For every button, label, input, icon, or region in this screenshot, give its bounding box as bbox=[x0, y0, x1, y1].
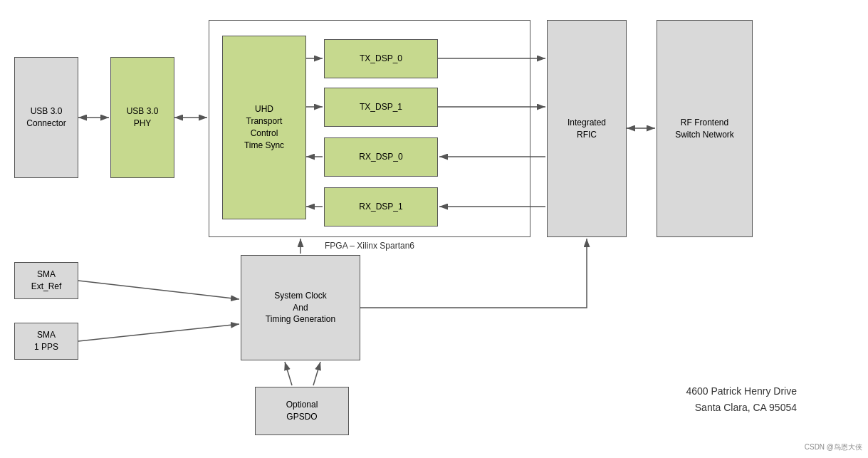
rf-frontend-label: RF FrontendSwitch Network bbox=[675, 117, 734, 141]
system-clock-block: System ClockAndTiming Generation bbox=[241, 255, 360, 360]
address-line2: Santa Clara, CA 95054 bbox=[695, 402, 797, 413]
address-line1: 4600 Patrick Henry Drive bbox=[686, 385, 797, 397]
sma-1pps-block: SMA1 PPS bbox=[14, 323, 78, 360]
usb-connector-label: USB 3.0 Connector bbox=[15, 105, 78, 130]
integrated-rfic-block: IntegratedRFIC bbox=[547, 20, 627, 237]
tx-dsp-0-label: TX_DSP_0 bbox=[360, 53, 402, 65]
integrated-rfic-label: IntegratedRFIC bbox=[568, 117, 606, 141]
system-clock-label: System ClockAndTiming Generation bbox=[266, 290, 335, 326]
sma-1pps-label: SMA1 PPS bbox=[34, 329, 58, 353]
optional-gpsdo-label: OptionalGPSDO bbox=[286, 399, 318, 423]
sma-ext-ref-block: SMAExt_Ref bbox=[14, 262, 78, 299]
usb-connector-block: USB 3.0 Connector bbox=[14, 57, 78, 178]
usb-phy-label: USB 3.0PHY bbox=[127, 105, 159, 130]
tx-dsp-1-label: TX_DSP_1 bbox=[360, 101, 402, 113]
rx-dsp-0-block: RX_DSP_0 bbox=[324, 137, 438, 177]
rx-dsp-1-label: RX_DSP_1 bbox=[359, 201, 402, 213]
uhd-transport-label: UHDTransportControlTime Sync bbox=[244, 103, 284, 151]
tx-dsp-0-block: TX_DSP_0 bbox=[324, 39, 438, 78]
svg-line-17 bbox=[285, 362, 292, 385]
rf-frontend-block: RF FrontendSwitch Network bbox=[657, 20, 753, 237]
svg-line-18 bbox=[313, 362, 320, 385]
address-text: 4600 Patrick Henry Drive Santa Clara, CA… bbox=[686, 383, 797, 415]
optional-gpsdo-block: OptionalGPSDO bbox=[255, 387, 349, 435]
rx-dsp-0-label: RX_DSP_0 bbox=[359, 151, 402, 163]
svg-line-15 bbox=[78, 324, 239, 341]
sma-ext-ref-label: SMAExt_Ref bbox=[31, 269, 62, 293]
tx-dsp-1-block: TX_DSP_1 bbox=[324, 88, 438, 127]
rx-dsp-1-block: RX_DSP_1 bbox=[324, 187, 438, 227]
usb-phy-block: USB 3.0PHY bbox=[110, 57, 174, 178]
watermark: CSDN @鸟恩大侠 bbox=[805, 442, 862, 452]
fpga-label: FPGA – Xilinx Spartan6 bbox=[325, 241, 414, 251]
diagram-container: USB 3.0 Connector USB 3.0PHY FPGA – Xili… bbox=[0, 0, 868, 458]
uhd-transport-block: UHDTransportControlTime Sync bbox=[222, 36, 306, 219]
svg-line-14 bbox=[78, 281, 239, 299]
